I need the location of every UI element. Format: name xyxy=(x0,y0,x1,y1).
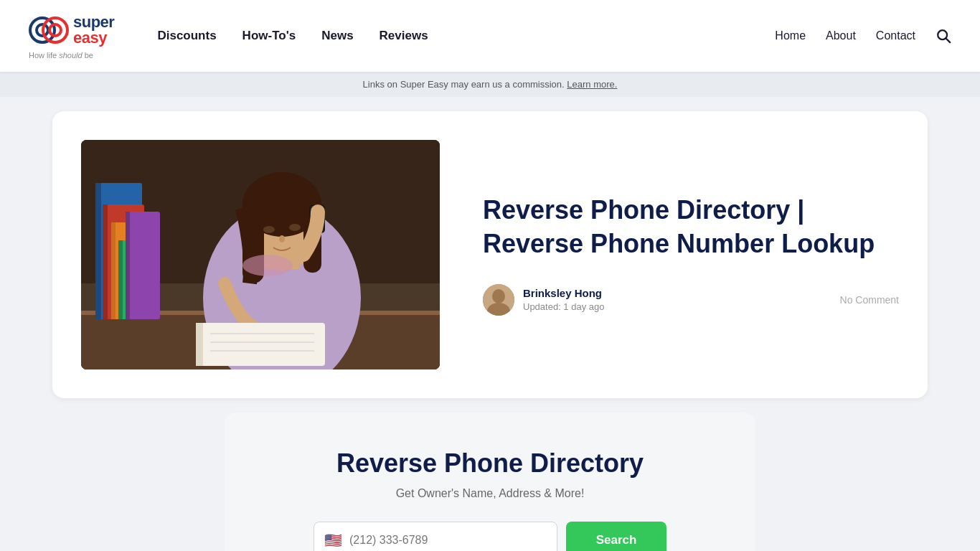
phone-input-wrapper: 🇺🇸 xyxy=(314,522,557,551)
logo-icon xyxy=(29,12,70,48)
svg-rect-19 xyxy=(126,212,130,319)
svg-rect-17 xyxy=(118,240,123,319)
nav-reviews[interactable]: Reviews xyxy=(380,29,428,43)
svg-point-37 xyxy=(242,255,293,276)
logo-graphic: super easy xyxy=(29,12,114,48)
nav-home[interactable]: Home xyxy=(775,29,806,42)
article-info: Reverse Phone Directory | Reverse Phone … xyxy=(483,194,899,316)
learn-more-link[interactable]: Learn more. xyxy=(567,79,617,90)
logo-circles: super easy xyxy=(29,12,114,48)
site-header: super easy How life should be Discounts … xyxy=(0,0,980,72)
author-meta: Brinksley Hong Updated: 1 day ago xyxy=(523,287,604,312)
svg-point-39 xyxy=(492,289,505,303)
nav-news[interactable]: News xyxy=(321,29,353,43)
author-updated: Updated: 1 day ago xyxy=(523,301,604,312)
author-name: Brinksley Hong xyxy=(523,287,604,299)
secondary-nav: Home About Contact xyxy=(775,28,951,44)
logo-brand1: super xyxy=(73,14,114,30)
svg-point-27 xyxy=(289,224,301,231)
author-row: Brinksley Hong Updated: 1 day ago No Com… xyxy=(483,284,899,316)
logo-tagline: How life should be xyxy=(29,51,93,60)
logo-text: super easy xyxy=(73,14,114,46)
avatar-image xyxy=(483,284,514,316)
svg-rect-33 xyxy=(196,323,203,366)
directory-subtitle: Get Owner's Name, Address & More! xyxy=(253,487,727,500)
avatar xyxy=(483,284,514,316)
main-content: Reverse Phone Directory | Reverse Phone … xyxy=(24,97,956,551)
directory-section: Reverse Phone Directory Get Owner's Name… xyxy=(225,413,755,551)
svg-point-26 xyxy=(263,226,275,233)
author-details: Brinksley Hong Updated: 1 day ago xyxy=(483,284,604,316)
nav-contact[interactable]: Contact xyxy=(876,29,915,42)
logo-brand2: easy xyxy=(73,30,114,46)
nav-about[interactable]: About xyxy=(826,29,856,42)
phone-input[interactable] xyxy=(349,534,547,547)
article-card: Reverse Phone Directory | Reverse Phone … xyxy=(52,111,928,398)
svg-rect-18 xyxy=(126,212,160,319)
nav-howtos[interactable]: How-To's xyxy=(242,29,296,43)
svg-rect-15 xyxy=(111,222,116,319)
main-nav: Discounts How-To's News Reviews xyxy=(157,29,775,43)
article-title: Reverse Phone Directory | Reverse Phone … xyxy=(483,194,899,261)
article-illustration xyxy=(81,140,440,369)
svg-rect-13 xyxy=(103,204,108,319)
article-image-bg xyxy=(81,140,440,369)
nav-discounts[interactable]: Discounts xyxy=(157,29,216,43)
commission-text: Links on Super Easy may earn us a commis… xyxy=(363,79,567,90)
search-button-directory[interactable]: Search xyxy=(566,522,666,551)
svg-rect-32 xyxy=(196,323,325,366)
no-comment-label: No Comment xyxy=(840,294,899,306)
commission-bar: Links on Super Easy may earn us a commis… xyxy=(0,72,980,97)
directory-title: Reverse Phone Directory xyxy=(253,448,727,479)
search-button[interactable] xyxy=(936,28,951,44)
article-image xyxy=(81,140,440,369)
logo-area[interactable]: super easy How life should be xyxy=(29,12,114,60)
search-row: 🇺🇸 Search xyxy=(253,522,727,551)
svg-point-28 xyxy=(279,235,285,242)
search-icon xyxy=(936,28,951,44)
svg-rect-11 xyxy=(95,183,101,319)
svg-line-5 xyxy=(946,38,950,42)
avatar-svg xyxy=(483,284,514,316)
flag-icon: 🇺🇸 xyxy=(324,532,342,549)
